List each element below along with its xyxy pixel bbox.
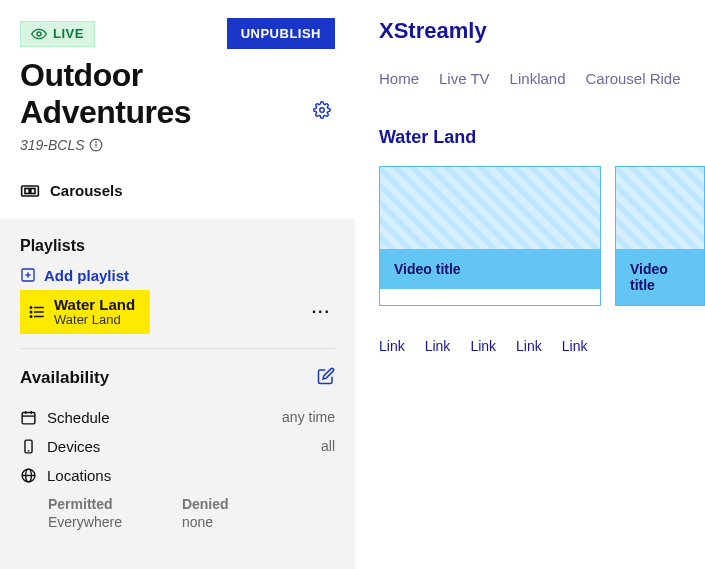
info-icon[interactable] [89, 138, 103, 152]
list-icon [28, 303, 46, 321]
denied-label: Denied [182, 496, 229, 512]
video-thumbnail [380, 167, 600, 249]
playlist-more-button[interactable]: ··· [308, 299, 335, 325]
availability-locations-row: Locations [20, 461, 335, 490]
playlists-heading: Playlists [20, 237, 335, 255]
playlist-sub: Water Land [54, 313, 135, 328]
availability-schedule-row: Schedule any time [20, 403, 335, 432]
video-title: Video title [380, 249, 600, 289]
plus-square-icon [20, 267, 36, 283]
preview-nav: Home Live TV Linkland Carousel Ride [379, 70, 705, 87]
live-badge: LIVE [20, 21, 95, 47]
unpublish-button[interactable]: UNPUBLISH [227, 18, 335, 49]
svg-point-16 [30, 315, 32, 317]
svg-point-4 [95, 141, 96, 142]
availability-heading: Availability [20, 368, 109, 388]
tab-linkland[interactable]: Linkland [510, 70, 566, 87]
collection-id-text: 319-BCLS [20, 137, 85, 153]
preview-link[interactable]: Link [516, 338, 542, 354]
playlist-item[interactable]: Water Land Water Land [20, 290, 150, 334]
playlist-name: Water Land [54, 296, 135, 313]
video-card[interactable]: Video title [615, 166, 705, 306]
devices-label: Devices [47, 438, 100, 455]
gear-icon [313, 101, 331, 119]
live-badge-text: LIVE [53, 26, 84, 41]
device-icon [20, 438, 37, 455]
video-title: Video title [616, 249, 704, 305]
carousel-title: Water Land [379, 127, 705, 148]
editor-header: LIVE UNPUBLISH Outdoor Adventures 319-BC… [0, 0, 355, 163]
preview-panel: XStreamly Home Live TV Linkland Carousel… [355, 0, 705, 569]
section-carousels-label: Carousels [50, 182, 123, 199]
devices-value: all [321, 438, 335, 454]
video-card[interactable]: Video title [379, 166, 601, 306]
svg-rect-17 [22, 412, 35, 423]
svg-point-14 [30, 306, 32, 308]
schedule-value: any time [282, 409, 335, 425]
locations-detail: Permitted Everywhere Denied none [48, 496, 335, 530]
svg-point-0 [37, 32, 41, 36]
calendar-icon [20, 409, 37, 426]
svg-point-1 [320, 107, 325, 112]
section-carousels[interactable]: Carousels [0, 163, 355, 219]
brand-logo: XStreamly [379, 18, 705, 44]
globe-icon [20, 467, 37, 484]
settings-button[interactable] [309, 97, 335, 127]
svg-rect-7 [31, 188, 35, 193]
svg-rect-6 [25, 188, 29, 193]
preview-link[interactable]: Link [379, 338, 405, 354]
preview-link[interactable]: Link [425, 338, 451, 354]
edit-icon [317, 367, 335, 385]
playlists-panel: Playlists Add playlist Water Land Water … [0, 219, 355, 569]
preview-links: Link Link Link Link Link [379, 338, 705, 354]
permitted-value: Everywhere [48, 514, 122, 530]
edit-availability-button[interactable] [317, 367, 335, 389]
availability-devices-row: Devices all [20, 432, 335, 461]
page-title: Outdoor Adventures [20, 57, 309, 131]
carousel-cards: Video title Video title [379, 166, 705, 306]
eye-icon [31, 26, 47, 42]
tab-live-tv[interactable]: Live TV [439, 70, 490, 87]
denied-value: none [182, 514, 229, 530]
video-thumbnail [616, 167, 704, 249]
divider [20, 348, 335, 349]
permitted-label: Permitted [48, 496, 122, 512]
add-playlist-label: Add playlist [44, 267, 129, 284]
svg-point-15 [30, 311, 32, 313]
preview-link[interactable]: Link [562, 338, 588, 354]
preview-link[interactable]: Link [470, 338, 496, 354]
tab-home[interactable]: Home [379, 70, 419, 87]
schedule-label: Schedule [47, 409, 110, 426]
collection-id: 319-BCLS [20, 137, 335, 153]
locations-label: Locations [47, 467, 111, 484]
carousel-icon [20, 181, 40, 201]
add-playlist-button[interactable]: Add playlist [20, 267, 335, 284]
tab-carousel-ride[interactable]: Carousel Ride [586, 70, 681, 87]
editor-panel: LIVE UNPUBLISH Outdoor Adventures 319-BC… [0, 0, 355, 569]
